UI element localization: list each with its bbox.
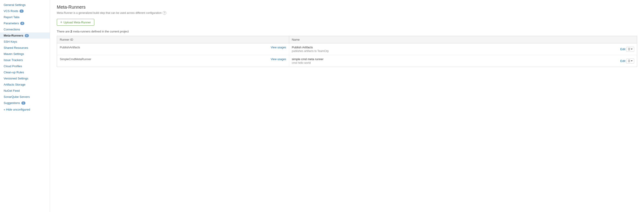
page-subtitle: Meta-Runner is a generalized build step …: [57, 11, 637, 15]
runner-name: Publish Artifacts: [292, 46, 620, 49]
view-usages-link[interactable]: View usages: [271, 46, 286, 49]
upload-button-label: Upload Meta-Runner: [64, 21, 91, 24]
subtitle-text: Meta-Runner is a generalized build step …: [57, 11, 162, 14]
upload-meta-runner-button[interactable]: + Upload Meta-Runner: [57, 19, 94, 26]
sidebar-item-connections[interactable]: Connections: [0, 26, 50, 32]
sidebar-item-clean-up-rules[interactable]: Clean-up Rules: [0, 69, 50, 75]
sidebar-item-badge: 1: [21, 101, 26, 105]
sidebar-item-label: Report Tabs: [4, 15, 20, 19]
chevron-down-icon: [631, 49, 633, 50]
sidebar-item-badge: 1: [20, 9, 24, 13]
sidebar-item-label: Connections: [4, 28, 20, 31]
sidebar-item-label: Clean-up Rules: [4, 71, 24, 74]
sidebar-item-meta-runners[interactable]: Meta-Runners4: [0, 32, 50, 39]
action-dropdown-button[interactable]: ☰: [626, 59, 634, 64]
sidebar-item-label: Suggestions: [4, 101, 20, 105]
sidebar-item-maven-settings[interactable]: Maven Settings: [0, 51, 50, 57]
col-name: Name: [289, 36, 637, 43]
sidebar-item-sonarqube-servers[interactable]: SonarQube Servers: [0, 94, 50, 100]
sidebar-item-label: General Settings: [4, 3, 26, 6]
runner-description: cmd hello world: [292, 61, 620, 64]
sidebar-item-cloud-profiles[interactable]: Cloud Profiles: [0, 63, 50, 69]
sidebar-item-parameters[interactable]: Parameters4: [0, 20, 50, 26]
runner-description: publishes artifacts to TeamCity: [292, 49, 620, 53]
summary-text: There are 2 meta-runners defined in the …: [57, 30, 637, 33]
sidebar: General SettingsVCS Roots1Report TabsPar…: [0, 0, 50, 212]
sidebar-item-label: VCS Roots: [4, 9, 18, 13]
sidebar-item-badge: 4: [25, 34, 29, 37]
sidebar-item-badge: 4: [20, 22, 24, 25]
runners-table: Runner ID Name PublishArtifacts View usa…: [57, 36, 637, 67]
edit-link[interactable]: Edit: [620, 47, 625, 51]
sidebar-item-ssh-keys[interactable]: SSH Keys: [0, 39, 50, 45]
sidebar-item-label: Meta-Runners: [4, 34, 24, 37]
sidebar-item-general-settings[interactable]: General Settings: [0, 2, 50, 8]
runner-id-cell: PublishArtifacts View usages: [57, 43, 289, 55]
summary-prefix: There are: [57, 30, 70, 33]
sidebar-item-label: Parameters: [4, 21, 19, 25]
list-icon: ☰: [628, 48, 630, 51]
sidebar-item-label: Issue Trackers: [4, 58, 23, 62]
sidebar-item-label: NuGet Feed: [4, 89, 20, 92]
plus-icon: +: [60, 20, 62, 24]
table-row: PublishArtifacts View usages Publish Art…: [57, 43, 637, 55]
sidebar-item-label: SonarQube Servers: [4, 95, 30, 99]
view-usages-link[interactable]: View usages: [271, 58, 286, 61]
sidebar-item-label: SSH Keys: [4, 40, 17, 43]
sidebar-item-versioned-settings[interactable]: Versioned Settings: [0, 75, 50, 81]
sidebar-item-issue-trackers[interactable]: Issue Trackers: [0, 57, 50, 63]
page-title: Meta-Runners: [57, 4, 637, 10]
sidebar-item-shared-resources[interactable]: Shared Resources: [0, 45, 50, 51]
main-content: Meta-Runners Meta-Runner is a generalize…: [50, 0, 644, 212]
sidebar-item-artifacts-storage[interactable]: Artifacts Storage: [0, 81, 50, 88]
sidebar-item-label: Maven Settings: [4, 52, 24, 56]
runner-name: simple cmd meta runner: [292, 57, 620, 61]
sidebar-item-label: Versioned Settings: [4, 77, 28, 80]
summary-suffix: meta-runners defined in the current proj…: [72, 30, 128, 33]
col-runner-id: Runner ID: [57, 36, 289, 43]
runner-id: PublishArtifacts: [60, 46, 80, 49]
sidebar-item-label: Artifacts Storage: [4, 83, 26, 86]
sidebar-item-label: Shared Resources: [4, 46, 28, 49]
sidebar-item-suggestions[interactable]: Suggestions1: [0, 100, 50, 106]
sidebar-item-report-tabs[interactable]: Report Tabs: [0, 14, 50, 20]
hide-unconfigured-link[interactable]: « Hide unconfigured: [0, 106, 50, 113]
sidebar-item-vcs-roots[interactable]: VCS Roots1: [0, 8, 50, 14]
runner-name-cell: Publish Artifacts publishes artifacts to…: [289, 43, 637, 55]
action-dropdown-button[interactable]: ☰: [626, 47, 634, 52]
sidebar-item-label: Cloud Profiles: [4, 64, 22, 68]
sidebar-item-nuget-feed[interactable]: NuGet Feed: [0, 88, 50, 94]
list-icon: ☰: [628, 59, 630, 63]
runner-id: SimpleCmdMetaRunner: [60, 57, 91, 61]
edit-link[interactable]: Edit: [620, 59, 625, 63]
runner-name-cell: simple cmd meta runner cmd hello world E…: [289, 55, 637, 67]
table-row: SimpleCmdMetaRunner View usages simple c…: [57, 55, 637, 67]
chevron-down-icon: [631, 60, 633, 61]
runner-id-cell: SimpleCmdMetaRunner View usages: [57, 55, 289, 67]
help-icon[interactable]: ?: [163, 11, 166, 15]
